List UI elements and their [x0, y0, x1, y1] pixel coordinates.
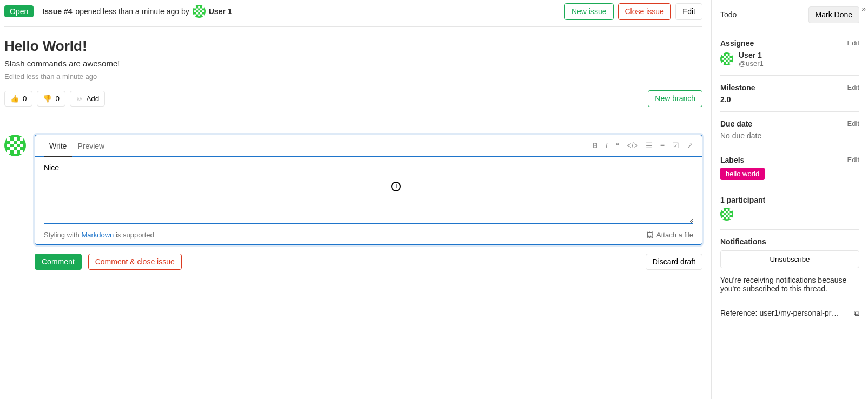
issue-title: Hello World! — [4, 27, 702, 59]
bullet-list-icon[interactable]: ☰ — [646, 141, 653, 150]
attach-file-button[interactable]: 🖼 Attach a file — [646, 231, 693, 239]
milestone-value[interactable]: 2.0 — [720, 92, 859, 104]
attach-file-label: Attach a file — [656, 231, 693, 239]
status-badge: Open — [4, 5, 34, 17]
label-chip[interactable]: hello world — [720, 168, 765, 180]
discard-draft-button[interactable]: Discard draft — [646, 254, 702, 270]
labels-edit[interactable]: Edit — [847, 156, 859, 164]
smiley-icon: ☺ — [76, 95, 83, 103]
thumbs-down-button[interactable]: 👎 0 — [37, 91, 65, 107]
todo-label: Todo — [720, 10, 737, 19]
markdown-hint: Styling with Markdown is supported — [44, 231, 154, 239]
current-user-avatar[interactable] — [4, 135, 26, 156]
assignee-edit[interactable]: Edit — [847, 39, 859, 47]
mark-done-button[interactable]: Mark Done — [808, 6, 859, 23]
issue-description: Slash commands are awesome! — [4, 59, 702, 68]
tab-preview[interactable]: Preview — [72, 135, 110, 156]
comment-close-button[interactable]: Comment & close issue — [88, 254, 182, 270]
number-list-icon[interactable]: ≡ — [660, 141, 665, 150]
comment-editor: Write Preview B I ❝ </> ☰ ≡ ☑ ⤢ — [35, 135, 702, 245]
reference-text: Reference: user1/my-personal-pr… — [720, 309, 850, 317]
opened-text: opened less than a minute ago by — [76, 7, 189, 16]
expand-sidebar-icon[interactable]: » — [862, 4, 866, 13]
thumbs-up-button[interactable]: 👍 0 — [4, 91, 32, 107]
add-reaction-button[interactable]: ☺ Add — [70, 91, 105, 107]
issue-sidebar: » Todo Mark Done Assignee Edit User 1 @u… — [711, 0, 868, 399]
milestone-edit[interactable]: Edit — [847, 83, 859, 91]
thumbs-up-count: 0 — [23, 95, 27, 103]
code-icon[interactable]: </> — [627, 141, 638, 150]
task-list-icon[interactable]: ☑ — [672, 141, 679, 150]
thumbs-up-icon: 👍 — [10, 95, 19, 103]
milestone-label: Milestone — [720, 83, 755, 92]
italic-icon[interactable]: I — [606, 141, 608, 150]
thumbs-down-count: 0 — [55, 95, 59, 103]
assignee-name[interactable]: User 1 — [739, 51, 764, 59]
edited-meta: Edited less than a minute ago — [4, 68, 702, 81]
fullscreen-icon[interactable]: ⤢ — [687, 141, 693, 150]
assignee-avatar[interactable] — [720, 52, 733, 65]
tab-write[interactable]: Write — [44, 135, 72, 157]
thumbs-down-icon: 👎 — [43, 95, 52, 103]
assignee-handle: @user1 — [739, 59, 764, 68]
image-icon: 🖼 — [646, 231, 653, 239]
bold-icon[interactable]: B — [593, 141, 598, 150]
add-reaction-label: Add — [86, 95, 99, 103]
new-issue-button[interactable]: New issue — [564, 3, 614, 20]
close-issue-button[interactable]: Close issue — [618, 3, 671, 20]
assignee-label: Assignee — [720, 39, 754, 48]
labels-label: Labels — [720, 156, 744, 164]
issue-header: Open Issue #4 opened less than a minute … — [4, 0, 702, 27]
due-date-label: Due date — [720, 119, 752, 128]
issue-meta: Issue #4 opened less than a minute ago b… — [42, 5, 564, 18]
quote-icon[interactable]: ❝ — [615, 141, 620, 150]
due-date-edit[interactable]: Edit — [847, 119, 859, 128]
comment-textarea[interactable] — [44, 163, 693, 224]
notifications-note: You're receiving notifications because y… — [720, 268, 859, 293]
comment-button[interactable]: Comment — [35, 254, 82, 270]
author-name[interactable]: User 1 — [209, 7, 232, 16]
unsubscribe-button[interactable]: Unsubscribe — [720, 250, 859, 268]
new-branch-button[interactable]: New branch — [648, 90, 702, 107]
participants-label: 1 participant — [720, 196, 765, 204]
author-avatar[interactable] — [193, 5, 206, 18]
copy-reference-icon[interactable]: ⧉ — [854, 309, 859, 318]
edit-issue-button[interactable]: Edit — [675, 3, 702, 20]
issue-id: Issue #4 — [42, 7, 72, 16]
participant-avatar[interactable] — [720, 208, 733, 221]
markdown-link[interactable]: Markdown — [81, 231, 114, 239]
notifications-label: Notifications — [720, 237, 766, 246]
due-date-value: No due date — [720, 128, 859, 140]
